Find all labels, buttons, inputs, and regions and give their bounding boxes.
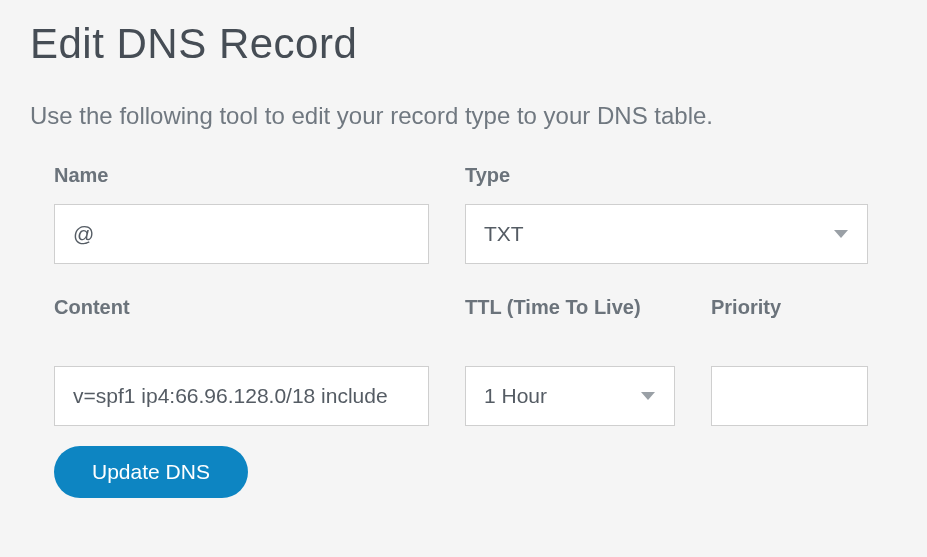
content-label: Content	[54, 296, 130, 318]
page-title: Edit DNS Record	[30, 20, 897, 68]
type-select-value: TXT	[465, 204, 868, 264]
priority-input[interactable]	[711, 366, 868, 426]
type-field-group: Type TXT	[465, 162, 868, 264]
update-dns-button[interactable]: Update DNS	[54, 446, 248, 498]
type-label: Type	[465, 162, 868, 188]
page-description: Use the following tool to edit your reco…	[30, 98, 897, 134]
priority-field-group: Priority	[711, 294, 868, 426]
ttl-field-group: TTL (Time To Live) 1 Hour	[465, 294, 675, 426]
name-field-group: Name	[54, 162, 429, 264]
name-label: Name	[54, 162, 429, 188]
type-select[interactable]: TXT	[465, 204, 868, 264]
priority-label: Priority	[711, 296, 781, 318]
content-input[interactable]	[54, 366, 429, 426]
name-input[interactable]	[54, 204, 429, 264]
ttl-select[interactable]: 1 Hour	[465, 366, 675, 426]
content-field-group: Content	[54, 294, 429, 426]
ttl-label: TTL (Time To Live)	[465, 296, 641, 318]
ttl-select-value: 1 Hour	[465, 366, 675, 426]
